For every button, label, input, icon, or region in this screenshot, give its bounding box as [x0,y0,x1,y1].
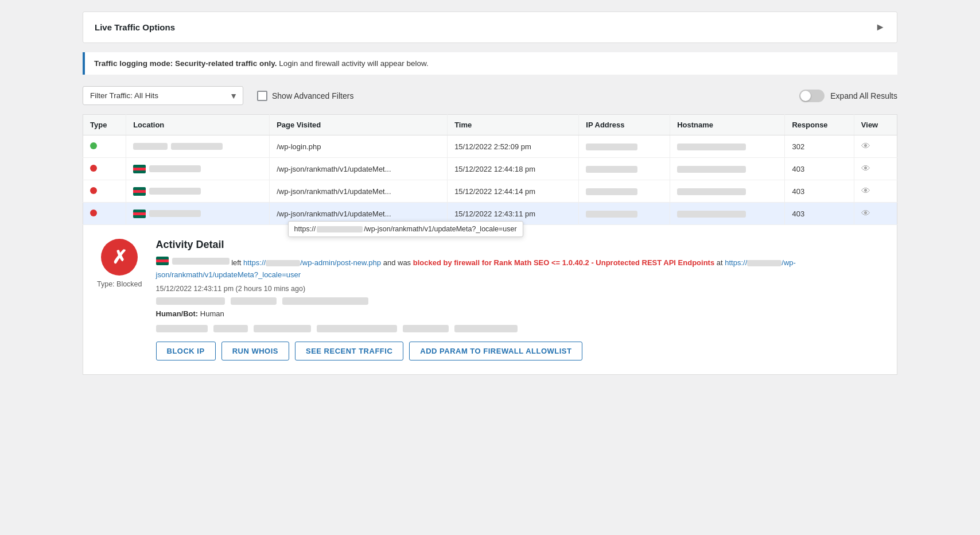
link-blurred [266,260,300,266]
cell-time: 15/12/2022 12:43:11 pm [448,203,579,225]
activity-time: 15/12/2022 12:43:11 pm (2 hours 10 mins … [156,285,883,293]
activity-content: Activity Detail left https:// /wp-admin/… [156,239,883,360]
advanced-filters-toggle[interactable]: Show Advanced Filters [257,91,353,101]
type-dot-red [90,165,97,172]
cell-location [126,180,270,203]
blurred-pill [213,325,248,332]
cell-hostname [670,203,785,225]
blurred-pill [231,297,277,305]
location-text [149,165,201,172]
cell-type [83,135,126,158]
cell-view: 👁 [854,203,897,225]
type-dot-red [90,210,97,216]
chevron-right-icon: ► [875,21,885,33]
activity-description: left https:// /wp-admin/post-new.php and… [156,257,883,281]
cell-page-visited-tooltip: /wp-json/rankmath/v1/updateMet... https:… [270,203,448,225]
expand-all-results-wrap: Expand All Results [799,90,897,102]
cell-type [83,158,126,180]
blurred-pill [282,297,368,305]
cell-view: 👁 [854,135,897,158]
see-recent-traffic-button[interactable]: SEE RECENT TRAFFIC [295,342,403,360]
col-view: View [854,115,897,135]
cell-page-visited: /wp-json/rankmath/v1/updateMet... [270,180,448,203]
table-header-row: Type Location Page Visited Time IP Addre… [83,115,897,135]
blurred-row-1 [156,297,883,305]
view-icon[interactable]: 👁 [861,141,870,151]
advanced-filters-checkbox[interactable] [257,91,267,101]
blocked-type-label: Type: Blocked [97,280,142,288]
cell-ip [579,203,670,225]
run-whois-button[interactable]: RUN WHOIS [221,342,289,360]
hostname-blurred [677,211,746,218]
advanced-filters-label: Show Advanced Filters [272,91,353,100]
view-icon[interactable]: 👁 [861,208,870,218]
notice-bold: Traffic logging mode: Security-related t… [94,59,277,68]
location-text [149,188,201,195]
hostname-blurred [677,144,746,150]
action-buttons: BLOCK IP RUN WHOIS SEE RECENT TRAFFIC AD… [156,342,883,360]
table-row[interactable]: /wp-json/rankmath/v1/updateMet... 15/12/… [83,158,897,180]
hostname-blurred [677,188,746,195]
cell-location [126,158,270,180]
expand-all-toggle[interactable] [799,90,825,102]
cell-response: 403 [785,203,854,225]
hostname-blurred [677,166,746,173]
col-type: Type [83,115,126,135]
add-param-firewall-button[interactable]: ADD PARAM TO FIREWALL ALLOWLIST [409,342,582,360]
cell-type [83,203,126,225]
location-text [171,143,223,150]
view-icon[interactable]: 👁 [861,186,870,196]
view-icon[interactable]: 👁 [861,164,870,173]
cell-time: 15/12/2022 12:44:14 pm [448,180,579,203]
activity-user-blurred [172,258,230,265]
activity-at-text: at [717,258,725,267]
flag-bd [133,187,146,196]
table-row[interactable]: /wp-json/rankmath/v1/updateMet... 15/12/… [83,180,897,203]
blurred-pill [317,325,397,332]
cell-view: 👁 [854,158,897,180]
human-bot-label: Human/Bot: Human [156,309,883,318]
cell-response: 403 [785,158,854,180]
notice-rest: Login and firewall activity will appear … [279,59,428,68]
block-ip-button[interactable]: BLOCK IP [156,342,216,360]
location-flag [133,143,168,150]
live-traffic-options-panel[interactable]: Live Traffic Options ► [83,11,897,43]
filter-row: Filter Traffic: All Hits ▼ Show Advanced… [83,86,897,105]
cell-view: 👁 [854,180,897,203]
blocked-icon: ✗ [101,239,138,276]
location-text [149,210,201,217]
cell-ip [579,158,670,180]
flag-bd [133,210,146,218]
expand-all-label: Expand All Results [830,91,897,100]
blurred-pill [403,325,449,332]
activity-detail-section: ✗ Type: Blocked Activity Detail left htt… [83,225,897,375]
filter-traffic-select[interactable]: Filter Traffic: All Hits [83,86,243,105]
cell-response: 403 [785,180,854,203]
cell-ip [579,180,670,203]
filter-traffic-wrap: Filter Traffic: All Hits ▼ [83,86,243,105]
activity-admin-link[interactable]: https:// /wp-admin/post-new.php [243,258,381,267]
type-dot-red [90,187,97,194]
table-row-selected[interactable]: /wp-json/rankmath/v1/updateMet... https:… [83,203,897,225]
col-hostname: Hostname [670,115,785,135]
toggle-knob [800,91,811,101]
activity-and-was: and was [383,258,413,267]
table-row[interactable]: /wp-login.php 15/12/2022 2:52:09 pm 302 … [83,135,897,158]
traffic-table: Type Location Page Visited Time IP Addre… [83,114,897,225]
cell-time: 15/12/2022 2:52:09 pm [448,135,579,158]
col-location: Location [126,115,270,135]
cell-hostname [670,135,785,158]
col-time: Time [448,115,579,135]
type-dot-green [90,142,97,149]
blocked-icon-wrap: ✗ Type: Blocked [97,239,142,360]
link-blurred2 [747,260,781,266]
col-response: Response [785,115,854,135]
activity-left-text: left [231,258,243,267]
cell-location [126,203,270,225]
cell-page-visited: /wp-login.php [270,135,448,158]
blocked-firewall-text: blocked by firewall for Rank Math SEO <=… [413,258,714,267]
ip-blurred [586,144,637,150]
blurred-row-2 [156,325,883,332]
cell-location [126,135,270,158]
ip-blurred [586,188,637,195]
